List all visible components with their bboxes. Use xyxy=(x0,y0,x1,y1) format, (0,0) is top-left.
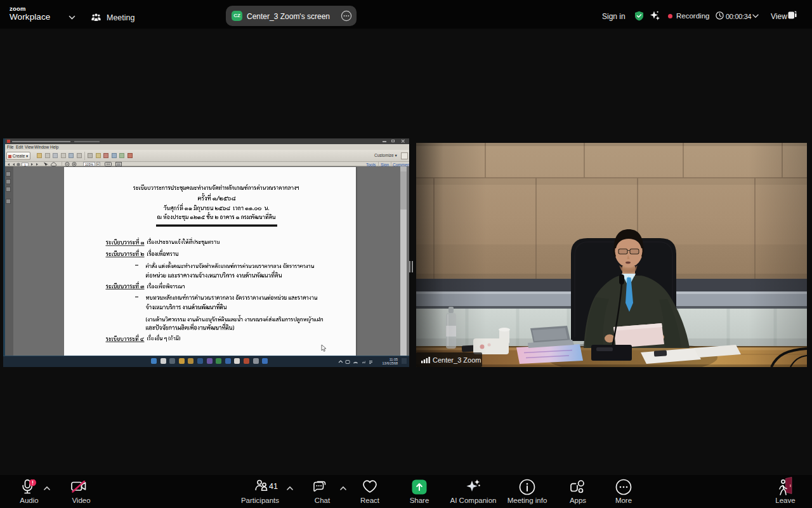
svg-text:Center_3 Zoom: Center_3 Zoom xyxy=(433,356,481,364)
